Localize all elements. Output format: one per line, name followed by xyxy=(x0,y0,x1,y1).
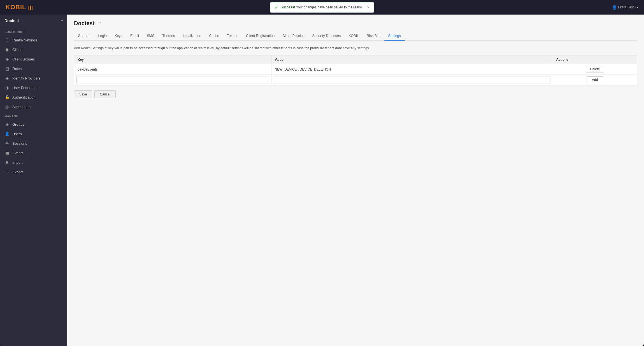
col-key: Key xyxy=(74,55,271,64)
sidebar-item-label: Realm Settings xyxy=(12,38,37,42)
sidebar-item-label: Import xyxy=(12,160,23,165)
tab-security-defenses[interactable]: Security Defenses xyxy=(308,32,345,41)
new-row: Add xyxy=(74,74,637,85)
sidebar-item-label: Identity Providers xyxy=(12,76,40,80)
sidebar-item-label: Events xyxy=(12,151,24,155)
tab-client-registration[interactable]: Client Registration xyxy=(242,32,278,41)
sidebar-item-label: Export xyxy=(12,170,23,174)
logo-symbol: ||| xyxy=(28,5,33,10)
sidebar: Doctest ▾ Configure ☰ Realm Settings ◉ C… xyxy=(0,15,67,346)
cancel-button[interactable]: Cancel xyxy=(94,90,115,98)
tab-general[interactable]: General xyxy=(74,32,94,41)
new-key-cell[interactable] xyxy=(74,74,271,85)
sidebar-item-sessions[interactable]: ◎ Sessions xyxy=(0,139,67,148)
sidebar-item-label: Clients xyxy=(12,48,24,52)
sidebar-item-events[interactable]: ▦ Events xyxy=(0,148,67,158)
users-icon: 👤 xyxy=(4,132,10,136)
form-actions: Save Cancel xyxy=(74,90,637,98)
row-value-cell: NEW_DEVICE , DEVICE_DELETION xyxy=(271,64,553,74)
col-value: Value xyxy=(271,55,553,64)
new-value-input[interactable] xyxy=(274,76,550,83)
row-key-cell: deviceEvents xyxy=(74,64,271,74)
app-logo: KOBIL ||| xyxy=(6,4,33,11)
delete-row-button[interactable]: Delete xyxy=(586,66,604,73)
realm-chevron-icon: ▾ xyxy=(61,19,63,22)
tab-localization[interactable]: Localization xyxy=(179,32,205,41)
tab-sms[interactable]: SMS xyxy=(143,32,158,41)
toast-message: Success! Your changes have been saved to… xyxy=(280,5,363,9)
manage-section-label: Manage xyxy=(0,111,67,120)
events-icon: ▦ xyxy=(4,151,10,155)
sidebar-item-client-scopes[interactable]: ◈ Client Scopes xyxy=(0,54,67,64)
new-actions-cell: Add xyxy=(553,74,637,85)
sidebar-item-users[interactable]: 👤 Users xyxy=(0,129,67,139)
page-title: Doctest xyxy=(74,20,94,27)
configure-section-label: Configure xyxy=(0,27,67,35)
toast-success-label: Success! xyxy=(280,5,295,9)
schedulers-icon: ◎ xyxy=(4,104,10,109)
sidebar-item-label: Schedulers xyxy=(12,105,31,109)
table-row: deviceEvents NEW_DEVICE , DEVICE_DELETIO… xyxy=(74,64,637,74)
tab-keys[interactable]: Keys xyxy=(111,32,126,41)
user-menu-chevron: ▾ xyxy=(637,5,638,9)
logo-text: KOBIL xyxy=(6,4,26,11)
new-value-cell[interactable] xyxy=(271,74,553,85)
identity-providers-icon: ◈ xyxy=(4,76,10,80)
settings-table: Key Value Actions deviceEvents NEW_DEVIC… xyxy=(74,55,637,85)
tab-themes[interactable]: Themes xyxy=(158,32,179,41)
sidebar-item-user-federation[interactable]: ◑ User Federation xyxy=(0,83,67,92)
client-scopes-icon: ◈ xyxy=(4,57,10,61)
sidebar-item-label: User Federation xyxy=(12,86,38,90)
sidebar-item-clients[interactable]: ◉ Clients xyxy=(0,45,67,54)
sidebar-item-roles[interactable]: ▤ Roles xyxy=(0,64,67,73)
user-menu-label: First4 Last6 xyxy=(618,5,636,9)
groups-icon: ◈ xyxy=(4,122,10,127)
authentication-icon: 🔒 xyxy=(4,95,10,99)
sidebar-item-export[interactable]: ⊟ Export xyxy=(0,167,67,177)
page-header: Doctest 🗑 xyxy=(74,20,637,27)
sidebar-item-label: Sessions xyxy=(12,141,27,146)
sidebar-item-label: Users xyxy=(12,132,22,136)
success-toast: ✓ Success! Your changes have been saved … xyxy=(270,2,374,13)
tab-bar: General Login Keys Email SMS Themes Loca… xyxy=(74,32,637,41)
row-key-value: deviceEvents xyxy=(76,67,99,72)
row-actions-cell: Delete xyxy=(553,64,637,74)
sidebar-item-identity-providers[interactable]: ◈ Identity Providers xyxy=(0,73,67,83)
tab-risk-bits[interactable]: Risk Bits xyxy=(363,32,384,41)
page-description: Add Realm Settings of key value pair to … xyxy=(74,46,637,51)
sidebar-item-schedulers[interactable]: ◎ Schedulers xyxy=(0,102,67,111)
save-button[interactable]: Save xyxy=(74,90,92,98)
user-menu[interactable]: 👤 First4 Last6 ▾ xyxy=(612,5,638,10)
tab-kobil[interactable]: KOBIL xyxy=(345,32,363,41)
delete-realm-button[interactable]: 🗑 xyxy=(97,21,101,26)
roles-icon: ▤ xyxy=(4,66,10,71)
col-actions: Actions xyxy=(553,55,637,64)
toast-close-button[interactable]: × xyxy=(367,5,369,10)
check-icon: ✓ xyxy=(275,5,278,10)
sidebar-item-import[interactable]: ⊞ Import xyxy=(0,158,67,167)
realm-selector[interactable]: Doctest ▾ xyxy=(0,15,67,27)
sidebar-item-label: Groups xyxy=(12,122,24,127)
row-value-value: NEW_DEVICE , DEVICE_DELETION xyxy=(274,67,332,72)
tab-client-policies[interactable]: Client Policies xyxy=(278,32,308,41)
tab-tokens[interactable]: Tokens xyxy=(223,32,242,41)
sidebar-item-label: Authentication xyxy=(12,95,35,99)
sidebar-item-realm-settings[interactable]: ☰ Realm Settings xyxy=(0,35,67,45)
tab-email[interactable]: Email xyxy=(126,32,143,41)
realm-name: Doctest xyxy=(4,18,19,23)
user-federation-icon: ◑ xyxy=(4,85,10,90)
sidebar-item-authentication[interactable]: 🔒 Authentication xyxy=(0,92,67,102)
add-row-button[interactable]: Add xyxy=(587,76,603,83)
new-key-input[interactable] xyxy=(76,76,269,83)
realm-settings-icon: ☰ xyxy=(4,38,10,42)
user-icon: 👤 xyxy=(612,5,617,10)
toast-body: Your changes have been saved to the real… xyxy=(296,5,363,9)
tab-cache[interactable]: Cache xyxy=(205,32,223,41)
sessions-icon: ◎ xyxy=(4,141,10,146)
sidebar-item-groups[interactable]: ◈ Groups xyxy=(0,120,67,129)
tab-login[interactable]: Login xyxy=(94,32,111,41)
tab-settings[interactable]: Settings xyxy=(384,32,405,41)
export-icon: ⊟ xyxy=(4,170,10,174)
content-area: Doctest 🗑 General Login Keys Email SMS T… xyxy=(67,15,644,346)
clients-icon: ◉ xyxy=(4,47,10,52)
